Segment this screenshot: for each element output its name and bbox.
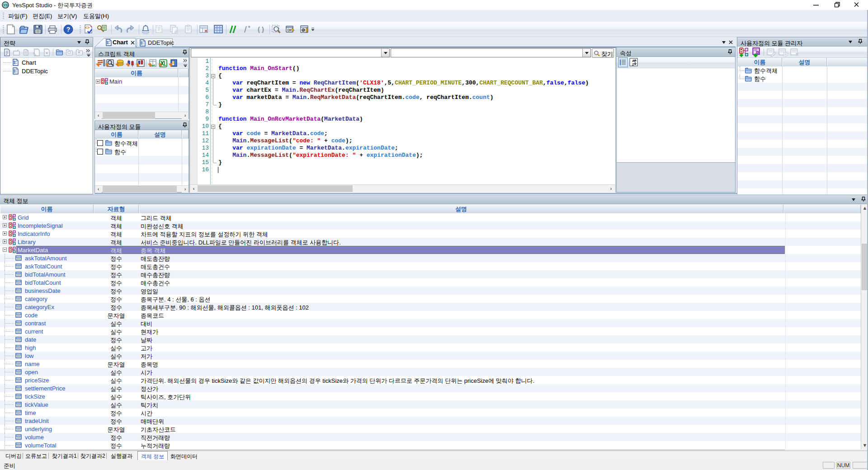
svg-text:*: * xyxy=(248,25,250,31)
svg-text:2: 2 xyxy=(632,62,634,66)
svg-text:OK: OK xyxy=(287,28,292,32)
svg-text:( ): ( ) xyxy=(258,25,264,33)
svg-text:?: ? xyxy=(66,26,71,33)
svg-text:<>: <> xyxy=(85,25,90,30)
svg-text:YS: YS xyxy=(3,3,8,7)
